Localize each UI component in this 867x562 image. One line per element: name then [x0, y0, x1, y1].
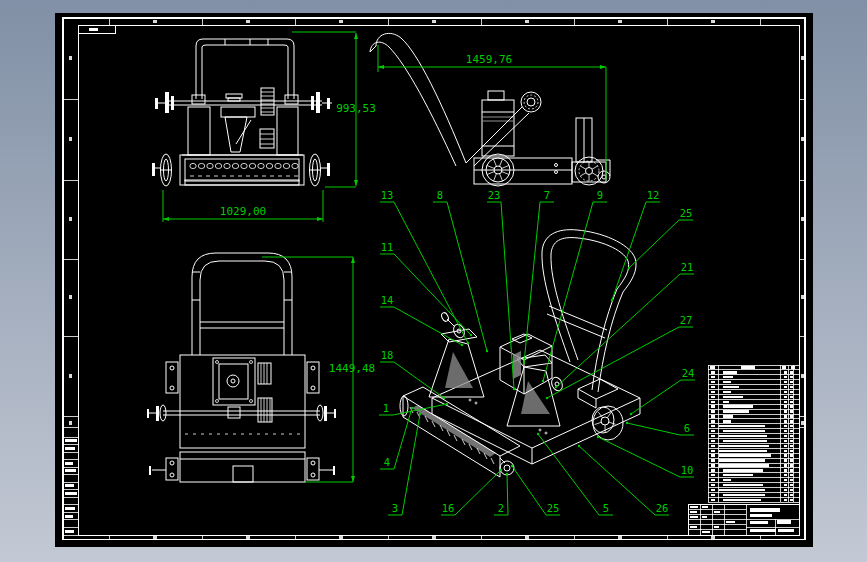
callout-label: 3 — [392, 502, 398, 514]
callout-label: 6 — [684, 422, 690, 434]
dim-side-length: 1459,76 — [466, 53, 512, 66]
dim-front-height: 993,53 — [336, 102, 376, 115]
callout-label: 25 — [547, 502, 560, 514]
cad-viewport: 993,53 1029,00 — [0, 0, 867, 562]
title-block-highlight-bar — [777, 520, 791, 524]
callout-label: 8 — [437, 189, 443, 201]
callout-label: 10 — [681, 464, 694, 476]
drawing-sheet-svg: 993,53 1029,00 — [0, 0, 867, 562]
callout-label: 24 — [682, 367, 695, 379]
callout-label: 14 — [381, 294, 394, 306]
dim-top-length: 1449,48 — [329, 362, 375, 375]
callout-label: 16 — [442, 502, 455, 514]
callout-label: 4 — [384, 456, 390, 468]
callout-label: 1 — [383, 402, 389, 414]
callout-label: 9 — [597, 189, 603, 201]
callout-label: 7 — [544, 189, 550, 201]
callout-label: 18 — [381, 349, 394, 361]
callout-label: 27 — [680, 314, 693, 326]
callout-label: 12 — [647, 189, 660, 201]
callout-label: 23 — [488, 189, 501, 201]
callout-label: 21 — [681, 261, 694, 273]
callout-label: 26 — [656, 502, 669, 514]
callout-label: 25 — [680, 207, 693, 219]
callout-label: 13 — [381, 189, 394, 201]
callout-label: 5 — [603, 502, 609, 514]
callout-label: 2 — [498, 502, 504, 514]
dim-front-width: 1029,00 — [220, 205, 266, 218]
callout-label: 11 — [381, 241, 394, 253]
